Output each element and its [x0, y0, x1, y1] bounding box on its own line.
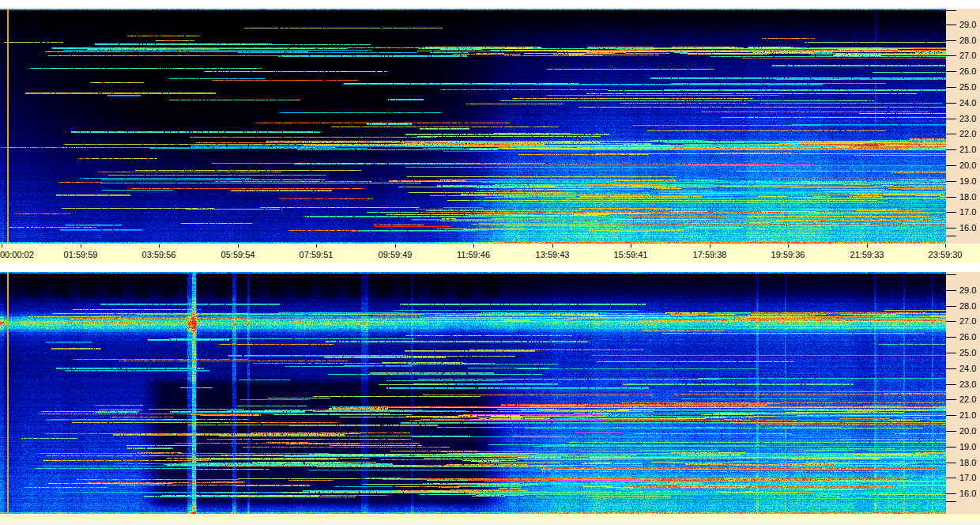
freq-label: 19.0 — [959, 176, 976, 186]
freq-label: 25.0 — [959, 82, 976, 92]
spectrogram-canvas-north-south[interactable] — [0, 272, 946, 514]
panel-title-east-west: AJ4CO Oak Lane 09 Mar 2026 - FSX-1S on 2… — [0, 0, 980, 9]
freq-tick — [946, 228, 956, 229]
time-tick — [159, 244, 160, 247]
freq-tick — [946, 493, 956, 494]
freq-tick — [946, 337, 956, 338]
time-label: 05:59:54 — [221, 250, 255, 260]
freq-tick — [946, 25, 956, 25]
freq-label: 23.0 — [959, 114, 976, 123]
freq-tick — [946, 399, 956, 400]
time-label: 19:59:36 — [771, 250, 805, 260]
time-tick — [2, 244, 2, 247]
freq-label: 29.0 — [959, 20, 976, 29]
freq-edge-tick — [946, 10, 956, 11]
freq-tick — [946, 447, 956, 448]
freq-tick — [946, 119, 956, 119]
freq-tick — [946, 71, 956, 72]
freq-label: 20.0 — [959, 161, 976, 170]
freq-label: 29.0 — [959, 285, 976, 295]
freq-axis-north-south: 29.028.027.026.025.024.023.022.021.020.0… — [946, 272, 980, 514]
freq-label: 24.0 — [959, 98, 976, 108]
freq-label: 22.0 — [959, 395, 976, 404]
freq-label: 16.0 — [959, 223, 976, 232]
time-tick — [788, 244, 789, 247]
freq-tick — [946, 321, 956, 322]
freq-tick — [946, 165, 956, 166]
freq-edge-tick — [946, 236, 956, 236]
freq-label: 24.0 — [959, 364, 976, 373]
freq-label: 26.0 — [959, 66, 976, 76]
freq-tick — [946, 87, 956, 88]
freq-label: 26.0 — [959, 332, 976, 342]
time-label: 15:59:41 — [614, 250, 648, 260]
freq-label: 27.0 — [959, 51, 976, 60]
panel-title-north-south: AJ4CO Oak Lane 09 Mar 2026 - FSX-1S on 2… — [0, 262, 980, 272]
freq-label: 25.0 — [959, 348, 976, 357]
freq-label: 21.0 — [959, 410, 976, 420]
time-tick — [316, 244, 317, 247]
time-label: 07:59:51 — [300, 250, 334, 260]
time-axis-cropped — [0, 514, 980, 525]
time-label: 09:59:49 — [379, 250, 413, 260]
freq-tick — [946, 306, 956, 307]
time-tick — [631, 244, 631, 247]
time-tick — [710, 244, 710, 247]
spectrograph-window: AJ4CO Oak Lane 09 Mar 2026 - FSX-1S on 2… — [0, 0, 980, 525]
time-tick — [238, 244, 239, 247]
freq-tick — [946, 384, 956, 385]
freq-edge-tick — [946, 274, 956, 275]
time-tick — [867, 244, 868, 247]
freq-tick — [946, 353, 956, 353]
freq-tick — [946, 463, 956, 463]
time-label: 11:59:46 — [457, 250, 490, 260]
spectrogram-canvas-east-west[interactable] — [0, 9, 946, 244]
freq-tick — [946, 431, 956, 432]
freq-label: 27.0 — [959, 316, 976, 326]
freq-tick — [946, 149, 956, 150]
freq-label: 28.0 — [959, 36, 976, 45]
freq-label: 22.0 — [959, 129, 976, 138]
freq-label: 23.0 — [959, 380, 976, 389]
freq-tick — [946, 181, 956, 182]
time-tick — [81, 244, 81, 247]
time-label: 01:59:59 — [64, 250, 98, 260]
freq-tick — [946, 368, 956, 369]
freq-edge-tick — [946, 501, 956, 502]
freq-axis-east-west: 29.028.027.026.025.024.023.022.021.020.0… — [946, 9, 980, 244]
freq-tick — [946, 103, 956, 104]
freq-tick — [946, 40, 956, 41]
freq-label: 17.0 — [959, 207, 976, 217]
freq-label: 18.0 — [959, 192, 976, 202]
time-tick — [473, 244, 474, 247]
freq-label: 19.0 — [959, 442, 976, 451]
time-tick — [945, 244, 946, 247]
time-label: 17:59:38 — [693, 250, 727, 260]
bottom-edge — [0, 521, 980, 525]
freq-label: 20.0 — [959, 426, 976, 436]
freq-label: 21.0 — [959, 145, 976, 154]
time-tick — [552, 244, 553, 247]
freq-label: 16.0 — [959, 489, 976, 498]
freq-label: 28.0 — [959, 301, 976, 311]
time-label: 23:59:30 — [929, 250, 963, 260]
time-tick — [395, 244, 396, 247]
freq-label: 17.0 — [959, 473, 976, 482]
time-axis: 00:00:0201:59:5903:59:5605:59:5407:59:51… — [0, 244, 980, 262]
freq-tick — [946, 415, 956, 416]
freq-tick — [946, 212, 956, 213]
freq-tick — [946, 55, 956, 56]
time-label: 21:59:33 — [850, 250, 884, 260]
freq-label: 18.0 — [959, 458, 976, 467]
freq-tick — [946, 197, 956, 198]
freq-tick — [946, 134, 956, 134]
time-label: 13:59:43 — [536, 250, 570, 260]
freq-tick — [946, 290, 956, 291]
time-label: 00:00:02 — [0, 250, 34, 260]
time-label: 03:59:56 — [142, 250, 176, 260]
freq-tick — [946, 478, 956, 478]
